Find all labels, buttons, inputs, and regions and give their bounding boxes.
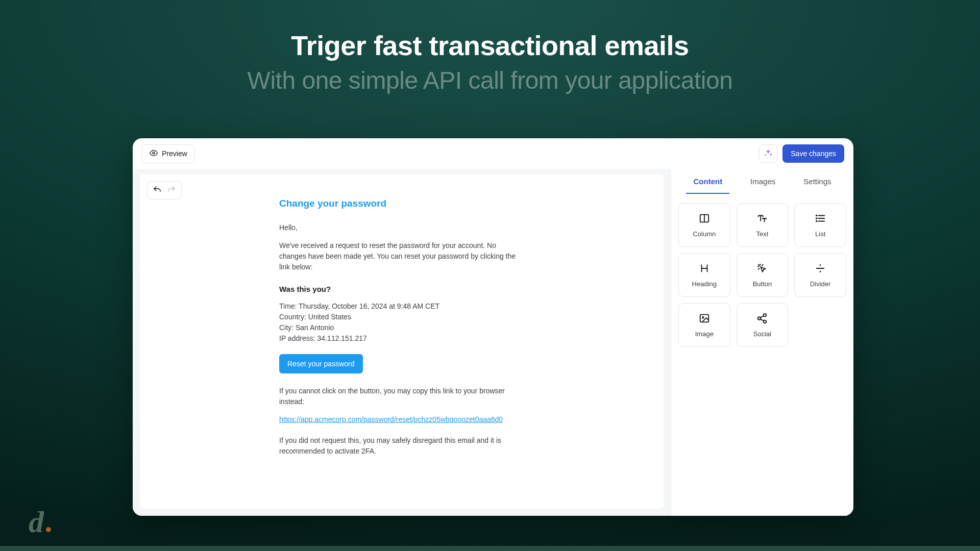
logo-letter: d <box>29 505 44 540</box>
block-label: Heading <box>692 280 717 288</box>
right-sidebar: Content Images Settings Column Text <box>671 169 853 516</box>
svg-point-6 <box>816 215 817 216</box>
undo-redo-group <box>147 181 182 199</box>
login-meta-list: Time: Thursday, October 16, 2024 at 9:48… <box>279 301 524 344</box>
meta-city: City: San Antonio <box>279 322 524 333</box>
email-intro: We've received a request to reset the pa… <box>279 240 524 272</box>
column-icon <box>699 213 710 226</box>
svg-point-0 <box>153 152 155 154</box>
undo-button[interactable] <box>152 185 163 196</box>
hero-header: Triger fast transactional emails With on… <box>0 30 980 94</box>
brand-logo: d <box>29 505 51 540</box>
email-greeting: Hello, <box>279 222 524 233</box>
tab-settings[interactable]: Settings <box>796 169 838 194</box>
block-column[interactable]: Column <box>678 203 730 247</box>
redo-button[interactable] <box>166 185 177 196</box>
tab-content[interactable]: Content <box>686 169 729 194</box>
svg-point-10 <box>820 264 821 266</box>
block-label: Text <box>756 230 769 238</box>
email-title: Change your password <box>279 196 524 211</box>
logo-dot-icon <box>46 527 51 532</box>
meta-time: Time: Thursday, October 16, 2024 at 9:48… <box>279 301 524 312</box>
block-label: Social <box>753 330 771 338</box>
preview-button[interactable]: Preview <box>142 144 195 163</box>
block-button[interactable]: Button <box>737 253 789 297</box>
sidebar-tabs: Content Images Settings <box>671 169 853 194</box>
ai-magic-button[interactable] <box>759 144 777 163</box>
svg-point-13 <box>702 316 704 318</box>
redo-icon <box>167 185 176 196</box>
block-label: List <box>815 230 825 238</box>
reset-password-button[interactable]: Reset your password <box>279 354 363 373</box>
footer-bar <box>0 546 980 551</box>
divider-icon <box>815 263 826 276</box>
image-icon <box>699 313 710 326</box>
meta-ip: IP address: 34.112.151.217 <box>279 333 524 344</box>
cursor-click-icon <box>756 263 768 276</box>
block-image[interactable]: Image <box>678 303 730 347</box>
email-subheading: Was this you? <box>279 284 524 295</box>
svg-line-18 <box>761 319 764 321</box>
hero-title: Triger fast transactional emails <box>0 30 980 61</box>
svg-line-17 <box>761 315 764 317</box>
svg-point-14 <box>764 313 767 316</box>
email-editor-app: Preview Save changes <box>133 138 853 516</box>
block-label: Image <box>695 330 714 338</box>
svg-point-11 <box>820 271 821 272</box>
save-changes-button[interactable]: Save changes <box>782 144 844 163</box>
block-palette: Column Text List <box>671 194 853 356</box>
eye-icon <box>150 149 158 159</box>
share-icon <box>756 313 768 326</box>
block-text[interactable]: Text <box>737 203 789 247</box>
block-divider[interactable]: Divider <box>794 253 846 297</box>
tab-images[interactable]: Images <box>743 169 782 194</box>
block-list[interactable]: List <box>794 203 846 247</box>
reset-link[interactable]: https://app.acmecorp.com/password/reset/… <box>279 414 524 425</box>
preview-label: Preview <box>162 149 187 158</box>
undo-icon <box>153 185 162 196</box>
topbar: Preview Save changes <box>133 138 853 169</box>
text-icon <box>756 213 768 226</box>
workspace: Change your password Hello, We've receiv… <box>133 169 853 516</box>
svg-point-16 <box>764 320 767 323</box>
svg-point-7 <box>816 218 817 219</box>
svg-point-8 <box>816 220 817 221</box>
email-canvas[interactable]: Change your password Hello, We've receiv… <box>140 174 664 509</box>
meta-country: Country: United States <box>279 312 524 322</box>
email-body: Change your password Hello, We've receiv… <box>279 196 524 457</box>
heading-icon <box>699 263 710 276</box>
block-label: Button <box>753 280 772 288</box>
block-label: Divider <box>810 280 830 288</box>
disclaimer: If you did not request this, you may saf… <box>279 435 524 457</box>
svg-point-15 <box>758 317 761 320</box>
block-label: Column <box>693 230 716 238</box>
list-icon <box>815 213 826 226</box>
fallback-text: If you cannot click on the button, you m… <box>279 386 524 407</box>
block-social[interactable]: Social <box>737 303 789 347</box>
block-heading[interactable]: Heading <box>678 253 730 297</box>
sparkle-icon <box>764 148 773 159</box>
hero-subtitle: With one simple API call from your appli… <box>0 66 980 94</box>
